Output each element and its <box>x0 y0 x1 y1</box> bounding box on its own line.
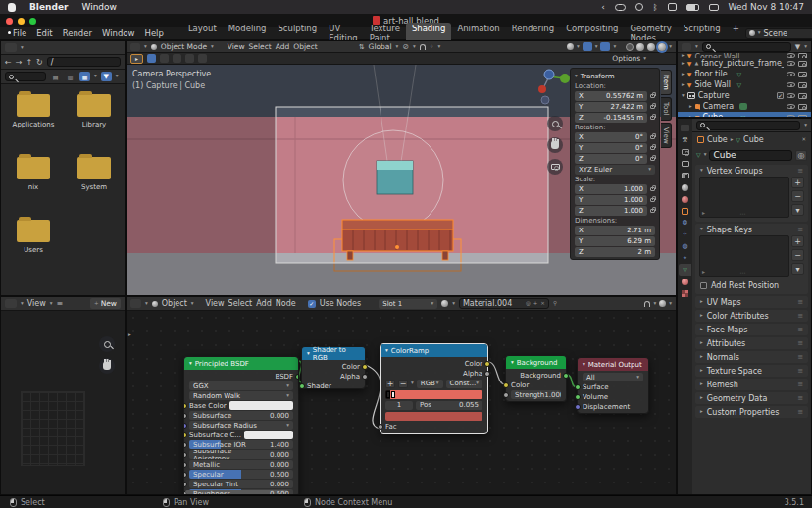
tab-world[interactable] <box>679 193 691 205</box>
sidebar-tab-item[interactable]: Item <box>661 70 672 95</box>
location-x-field[interactable]: X0.55762 m <box>575 91 647 101</box>
menubar-clock[interactable]: Wed Nov 8 10:47 <box>729 2 804 12</box>
metallic-field[interactable]: Metallic0.000 <box>189 460 293 469</box>
material-name-field[interactable]: Material.004 ◎ + × <box>459 298 549 309</box>
active-tool-select-box-icon[interactable]: ▸ <box>130 54 143 64</box>
distribution-dropdown[interactable]: GGX▾ <box>189 381 293 390</box>
editor-type-icon[interactable] <box>130 299 141 308</box>
parent-dir-icon[interactable]: ↑ <box>25 58 32 67</box>
fake-user-shield-icon[interactable]: ◎ <box>526 301 531 307</box>
apple-logo-icon[interactable] <box>8 3 16 12</box>
filter-chevron-icon[interactable]: ▾ <box>116 74 119 79</box>
socket-surface-input[interactable] <box>575 384 581 390</box>
remove-shape-key-button[interactable]: − <box>791 249 804 261</box>
dimensions-y-field[interactable]: Y6.29 m <box>575 236 655 246</box>
lock-icon[interactable] <box>650 105 655 109</box>
outliner-item-camera[interactable]: ▸ Camera <box>678 101 811 112</box>
select-mode-extend-icon[interactable] <box>160 54 169 63</box>
shader-menu-node[interactable]: Node <box>276 299 296 308</box>
viewport-menu-add[interactable]: Add <box>276 42 290 51</box>
socket-displacement-input[interactable] <box>575 404 581 410</box>
shader-type-dropdown[interactable]: Object <box>162 299 187 308</box>
display-vertical-list-icon[interactable]: ▤ <box>50 72 61 81</box>
chevron-left-icon[interactable]: ‹ <box>601 2 605 12</box>
socket-metallic[interactable] <box>183 462 187 468</box>
tab-object[interactable] <box>679 205 691 217</box>
status-circle-icon[interactable] <box>635 3 643 11</box>
node-principled-bsdf[interactable]: ▾Principled BSDF BSDF GGX▾ Random Walk▾ … <box>183 356 299 495</box>
select-mode-subtract-icon[interactable] <box>173 54 181 63</box>
shader-menu-select[interactable]: Select <box>228 299 253 308</box>
attributes-panel[interactable]: ▸Attributes≡ <box>695 337 808 349</box>
shader-menu-add[interactable]: Add <box>256 299 272 308</box>
properties-search-input[interactable] <box>696 121 800 130</box>
face-maps-panel[interactable]: ▸Face Maps≡ <box>695 324 808 335</box>
outliner-item-corner-wall[interactable]: ▸ ▼ Corner Wall <box>678 53 811 58</box>
editor-type-icon[interactable] <box>5 299 17 308</box>
snap-magnet-icon[interactable] <box>644 301 650 307</box>
filter-funnel-icon[interactable]: ▼ <box>101 72 112 81</box>
menu-window[interactable]: Window <box>97 28 140 38</box>
folder-item[interactable]: Library <box>68 94 121 128</box>
unpin-icon[interactable]: ✕ <box>801 137 806 143</box>
subsurface-radius-dropdown[interactable]: Subsurface Radius▾ <box>189 421 293 430</box>
editor-type-icon[interactable] <box>5 43 17 52</box>
socket-specular[interactable] <box>183 472 187 478</box>
shading-rendered-icon[interactable] <box>658 43 666 51</box>
tab-view-layer[interactable] <box>679 170 691 181</box>
new-image-button[interactable]: +New <box>90 298 121 309</box>
lock-icon[interactable] <box>650 135 655 139</box>
subsurface-method-dropdown[interactable]: Random Walk▾ <box>189 391 293 400</box>
rotation-x-field[interactable]: X0° <box>575 132 647 142</box>
options-dropdown[interactable]: Options <box>612 54 640 63</box>
shape-key-specials-icon[interactable]: ▾ <box>791 263 804 275</box>
proportional-edit-icon[interactable]: ◦ <box>430 42 434 51</box>
data-name-field[interactable]: Cube <box>709 150 792 161</box>
socket-subsurface-anisotropy[interactable] <box>183 452 187 458</box>
scale-z-field[interactable]: Z1.000 <box>575 206 647 216</box>
tab-scene[interactable] <box>679 181 691 193</box>
socket-strength-input[interactable] <box>503 392 509 398</box>
pin-icon[interactable]: ⚲ <box>553 301 557 307</box>
unlink-material-icon[interactable]: × <box>540 301 545 307</box>
display-size-chevron-icon[interactable]: ▾ <box>94 74 97 79</box>
tab-constraints[interactable]: ⌖ <box>679 252 691 264</box>
shape-keys-list[interactable]: ▸⋯ <box>699 235 789 277</box>
stop-position-field[interactable]: Pos0.055 <box>416 401 482 410</box>
menu-edit[interactable]: Edit <box>31 28 57 38</box>
outliner-item-fancy-picture-frame[interactable]: ▸ ▼ ▲ fancy_picture_frame_ <box>678 58 811 69</box>
back-icon[interactable]: ← <box>5 58 12 67</box>
color-attributes-panel[interactable]: ▸Color Attributes≡ <box>695 310 808 322</box>
app-menu[interactable]: Blender <box>29 2 68 12</box>
select-mode-new-icon[interactable] <box>147 54 156 63</box>
show-gizmo-icon[interactable] <box>567 43 574 50</box>
lock-icon[interactable] <box>650 116 655 120</box>
snap-magnet-icon[interactable] <box>420 44 426 50</box>
copy-material-icon[interactable]: + <box>533 301 538 307</box>
location-z-field[interactable]: Z-0.15455 m <box>575 113 647 123</box>
node-background[interactable]: ▾Background Background Color Strength1.0… <box>505 355 567 402</box>
rotation-z-field[interactable]: Z0° <box>575 154 647 164</box>
node-colorramp[interactable]: ▾ColorRamp Color Alpha + − ▾ RGB▾ Const.… <box>380 343 488 434</box>
hide-in-viewport-icon[interactable] <box>787 72 795 76</box>
disable-in-render-icon[interactable] <box>798 72 807 77</box>
shading-material-preview-icon[interactable] <box>647 43 655 51</box>
zoom-gizmo-icon[interactable] <box>99 336 115 352</box>
grid-icon[interactable] <box>668 3 677 11</box>
transform-orientation[interactable]: Global <box>369 42 392 51</box>
disable-in-render-icon[interactable] <box>798 93 807 99</box>
remesh-panel[interactable]: ▸Remesh≡ <box>695 379 808 390</box>
expand-icon[interactable]: ▸ <box>689 104 692 110</box>
shape-keys-header[interactable]: ▾Shape Keys≡ <box>695 224 808 235</box>
tab-render[interactable] <box>679 146 691 158</box>
disable-in-render-icon[interactable] <box>798 61 807 67</box>
color-ramp-bar[interactable] <box>385 390 482 399</box>
shading-wireframe-icon[interactable] <box>626 43 634 51</box>
outliner-item-floor-tile[interactable]: ▸ ▼ floor tile ▽ <box>678 69 811 79</box>
collection-checkbox[interactable]: ✓ <box>777 92 784 99</box>
lock-icon[interactable] <box>650 94 655 98</box>
select-mode-invert-icon[interactable] <box>185 54 194 63</box>
use-nodes-checkbox[interactable]: ✓ <box>308 300 316 308</box>
hide-in-viewport-icon[interactable] <box>787 104 795 109</box>
dimensions-z-field[interactable]: Z2 m <box>575 247 655 257</box>
